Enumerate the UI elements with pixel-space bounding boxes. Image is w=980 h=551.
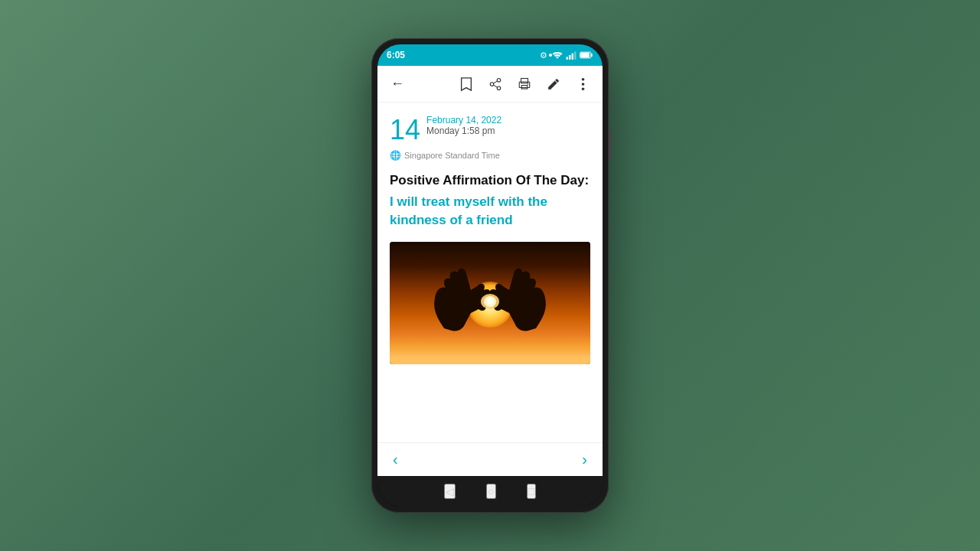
wifi-icon [552, 51, 563, 60]
journal-scroll-area[interactable]: 14 February 14, 2022 Monday 1:58 pm 🌐 Si… [377, 103, 603, 442]
svg-point-8 [490, 82, 494, 86]
svg-line-10 [493, 85, 497, 87]
svg-rect-6 [591, 54, 593, 57]
android-home-button[interactable]: ○ [486, 484, 495, 499]
date-header: 14 February 14, 2022 Monday 1:58 pm [390, 115, 590, 144]
settings-icon: ⚙ [540, 51, 547, 60]
next-entry-button[interactable]: › [582, 451, 587, 468]
svg-rect-2 [572, 54, 573, 60]
phone-frame: 6:05 ⚙ [371, 38, 609, 513]
svg-rect-1 [569, 55, 570, 60]
share-button[interactable] [482, 70, 509, 98]
print-button[interactable] [511, 70, 538, 98]
prev-entry-button[interactable]: ‹ [393, 451, 398, 468]
journal-view: 14 February 14, 2022 Monday 1:58 pm 🌐 Si… [377, 103, 603, 476]
timezone-row: 🌐 Singapore Standard Time [390, 150, 590, 161]
svg-rect-3 [574, 51, 576, 60]
heart-hands-image [390, 242, 590, 364]
svg-rect-0 [567, 57, 568, 60]
phone-screen: 6:05 ⚙ [377, 44, 603, 507]
back-button[interactable]: ← [384, 70, 411, 98]
bookmark-button[interactable] [452, 70, 480, 98]
globe-icon: 🌐 [390, 150, 401, 161]
share-icon [488, 77, 502, 91]
svg-point-17 [581, 83, 584, 86]
bookmark-icon [459, 77, 473, 92]
heart-hands-svg [429, 256, 551, 340]
affirmation-line2: kindness of a friend [390, 213, 513, 227]
svg-rect-12 [521, 78, 528, 83]
more-icon [581, 77, 585, 91]
svg-point-16 [581, 77, 584, 80]
svg-point-21 [487, 298, 493, 305]
timezone-text: Singapore Standard Time [404, 151, 500, 160]
svg-rect-5 [580, 53, 590, 57]
status-icons [552, 51, 593, 60]
date-full: February 14, 2022 [426, 115, 501, 126]
signal-icon [566, 51, 577, 60]
svg-line-11 [493, 80, 497, 83]
android-nav-bar: ◁ ○ □ [377, 476, 603, 507]
svg-point-7 [497, 78, 501, 82]
journal-bottom-nav: ‹ › [377, 442, 603, 476]
print-icon [518, 77, 531, 91]
affirmation-text: I will treat myself with the kindness of… [390, 193, 590, 230]
date-details: February 14, 2022 Monday 1:58 pm [426, 115, 501, 136]
toolbar: ← [377, 66, 603, 103]
svg-point-15 [528, 83, 529, 85]
android-back-button[interactable]: ◁ [444, 484, 456, 499]
more-button[interactable] [569, 70, 596, 98]
affirmation-line1: I will treat myself with the [390, 194, 547, 209]
day-number: 14 [390, 116, 420, 144]
status-bar: 6:05 ⚙ [377, 44, 603, 66]
svg-point-18 [581, 87, 584, 90]
edit-button[interactable] [540, 70, 567, 98]
svg-point-9 [497, 86, 501, 90]
status-time: 6:05 [387, 50, 537, 60]
affirmation-title: Positive Affirmation Of The Day: [390, 173, 590, 188]
pencil-icon [547, 77, 560, 91]
android-recents-button[interactable]: □ [527, 484, 536, 499]
svg-rect-14 [521, 85, 528, 89]
volume-button[interactable] [609, 130, 612, 161]
battery-icon [580, 51, 593, 60]
journal-image [390, 242, 590, 364]
date-day-time: Monday 1:58 pm [426, 126, 501, 136]
